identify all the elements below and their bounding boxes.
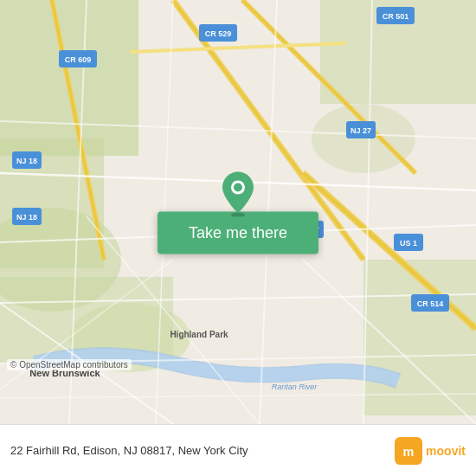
location-pin	[219, 170, 257, 214]
map-container: CR 501 CR 529 CR 609 NJ 18 NJ 18 NJ 27 N…	[0, 0, 476, 424]
bottom-bar: 22 Fairhill Rd, Edison, NJ 08817, New Yo…	[0, 424, 476, 476]
svg-point-55	[234, 183, 242, 192]
moovit-icon: m	[395, 437, 422, 465]
svg-text:Highland Park: Highland Park	[170, 330, 228, 339]
openstreetmap-credit: © OpenStreetMap contributors	[7, 359, 132, 370]
moovit-text: moovit	[426, 444, 466, 458]
svg-text:CR 529: CR 529	[205, 29, 232, 38]
svg-text:Raritan River: Raritan River	[272, 383, 318, 391]
button-overlay: Take me there	[158, 170, 318, 254]
take-me-there-button[interactable]: Take me there	[158, 212, 318, 254]
moovit-logo: m moovit	[395, 437, 466, 465]
svg-text:m: m	[403, 445, 415, 459]
svg-text:US 1: US 1	[400, 239, 417, 248]
svg-text:CR 609: CR 609	[65, 55, 92, 64]
svg-text:NJ 27: NJ 27	[351, 126, 371, 135]
svg-text:CR 501: CR 501	[383, 12, 409, 21]
svg-text:NJ 18: NJ 18	[16, 157, 37, 165]
svg-text:CR 514: CR 514	[417, 299, 444, 308]
svg-text:NJ 18: NJ 18	[16, 213, 37, 222]
svg-rect-8	[363, 260, 476, 415]
address-text: 22 Fairhill Rd, Edison, NJ 08817, New Yo…	[10, 444, 395, 457]
